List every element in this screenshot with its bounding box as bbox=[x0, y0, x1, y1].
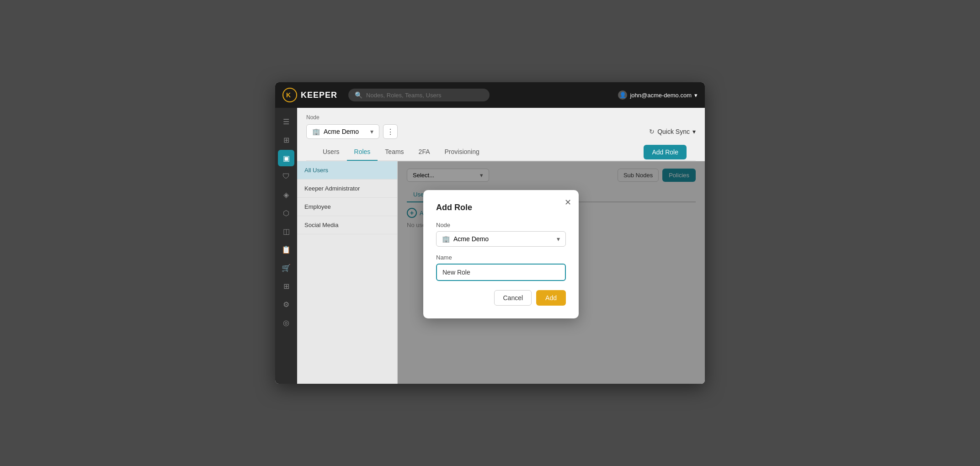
node-dropdown-arrow: ▾ bbox=[370, 128, 373, 135]
tab-teams[interactable]: Teams bbox=[378, 143, 411, 161]
sidebar-item-menu[interactable]: ☰ bbox=[278, 113, 294, 130]
sync-icon: ↻ bbox=[649, 128, 655, 135]
sidebar-item-security[interactable]: ⬡ bbox=[278, 205, 294, 221]
node-label: Node bbox=[306, 114, 696, 121]
body-split: All Users Keeper Administrator Employee … bbox=[297, 161, 705, 384]
modal-close-button[interactable]: ✕ bbox=[565, 197, 571, 207]
quick-sync-button[interactable]: ↻ Quick Sync ▾ bbox=[649, 128, 696, 135]
user-email: john@acme-demo.com bbox=[630, 92, 692, 99]
tabs-row: Users Roles Teams 2FA Provisioning Add R… bbox=[306, 143, 696, 161]
node-header: Node 🏢 Acme Demo ▾ ⋮ ↻ Quick Sync ▾ bbox=[297, 108, 705, 161]
more-options-button[interactable]: ⋮ bbox=[383, 124, 398, 139]
cancel-button[interactable]: Cancel bbox=[494, 290, 532, 306]
sidebar-item-grid[interactable]: ⊞ bbox=[278, 278, 294, 294]
quick-sync-label: Quick Sync bbox=[657, 128, 690, 135]
svg-text:K: K bbox=[286, 91, 291, 99]
tab-provisioning[interactable]: Provisioning bbox=[437, 143, 487, 161]
node-selector: 🏢 Acme Demo ▾ ⋮ bbox=[306, 124, 398, 139]
search-bar[interactable]: 🔍 bbox=[348, 89, 490, 101]
content-area: Node 🏢 Acme Demo ▾ ⋮ ↻ Quick Sync ▾ bbox=[297, 108, 705, 384]
node-selector-row: 🏢 Acme Demo ▾ ⋮ ↻ Quick Sync ▾ bbox=[306, 124, 696, 139]
add-button[interactable]: Add bbox=[536, 290, 566, 306]
sidebar-item-compass[interactable]: ◎ bbox=[278, 314, 294, 331]
sidebar-item-report[interactable]: 📋 bbox=[278, 241, 294, 258]
modal-node-dropdown[interactable]: 🏢 Acme Demo ▾ bbox=[436, 231, 566, 247]
sidebar-item-shield[interactable]: ◈ bbox=[278, 186, 294, 203]
tab-2fa[interactable]: 2FA bbox=[411, 143, 437, 161]
modal-node-name: Acme Demo bbox=[453, 235, 489, 243]
node-dropdown-label: Acme Demo bbox=[324, 128, 359, 135]
keeper-logo-icon: K bbox=[282, 88, 297, 102]
tab-roles[interactable]: Roles bbox=[347, 143, 378, 161]
sidebar-item-dashboard[interactable]: ⊞ bbox=[278, 132, 294, 148]
modal-name-label: Name bbox=[436, 254, 566, 261]
user-avatar: 👤 bbox=[618, 90, 627, 100]
add-role-button[interactable]: Add Role bbox=[644, 145, 687, 159]
modal-node-icon: 🏢 bbox=[442, 235, 450, 243]
app-title: KEEPER bbox=[301, 90, 337, 100]
node-dropdown-icon: 🏢 bbox=[312, 128, 320, 135]
main-layout: ☰ ⊞ ▣ 🛡 ◈ ⬡ ◫ 📋 🛒 ⊞ ⚙ ◎ Node 🏢 bbox=[275, 108, 705, 384]
search-input[interactable] bbox=[366, 92, 483, 99]
logo: K KEEPER bbox=[282, 88, 337, 102]
modal-actions: Cancel Add bbox=[436, 290, 566, 306]
role-item-social-media[interactable]: Social Media bbox=[297, 216, 397, 234]
roles-list: All Users Keeper Administrator Employee … bbox=[297, 161, 398, 384]
role-item-employee[interactable]: Employee bbox=[297, 198, 397, 216]
add-role-modal: Add Role ✕ Node 🏢 Acme Demo ▾ Name bbox=[423, 190, 579, 318]
user-menu[interactable]: 👤 john@acme-demo.com ▾ bbox=[618, 90, 698, 100]
modal-overlay: Add Role ✕ Node 🏢 Acme Demo ▾ Name bbox=[398, 161, 705, 384]
role-item-all-users[interactable]: All Users bbox=[297, 161, 397, 180]
modal-node-dropdown-arrow: ▾ bbox=[557, 235, 560, 243]
sidebar-item-cart[interactable]: 🛒 bbox=[278, 259, 294, 276]
node-dropdown[interactable]: 🏢 Acme Demo ▾ bbox=[306, 124, 379, 139]
user-menu-arrow: ▾ bbox=[694, 92, 698, 99]
icon-sidebar: ☰ ⊞ ▣ 🛡 ◈ ⬡ ◫ 📋 🛒 ⊞ ⚙ ◎ bbox=[275, 108, 297, 384]
search-icon: 🔍 bbox=[355, 91, 362, 99]
quick-sync-arrow: ▾ bbox=[692, 128, 696, 135]
top-nav: K KEEPER 🔍 👤 john@acme-demo.com ▾ bbox=[275, 82, 705, 108]
modal-node-label: Node bbox=[436, 222, 566, 228]
sidebar-item-roles[interactable]: ▣ bbox=[278, 150, 294, 166]
role-detail: Select... ▾ Sub Nodes Policies Users 0 T… bbox=[398, 161, 705, 384]
sidebar-item-shield-check[interactable]: 🛡 bbox=[278, 168, 294, 185]
sidebar-item-layers[interactable]: ◫ bbox=[278, 223, 294, 239]
role-item-keeper-admin[interactable]: Keeper Administrator bbox=[297, 180, 397, 198]
modal-name-input[interactable] bbox=[436, 264, 566, 281]
modal-title: Add Role bbox=[436, 203, 566, 212]
sidebar-item-settings[interactable]: ⚙ bbox=[278, 296, 294, 312]
tab-users[interactable]: Users bbox=[315, 143, 347, 161]
